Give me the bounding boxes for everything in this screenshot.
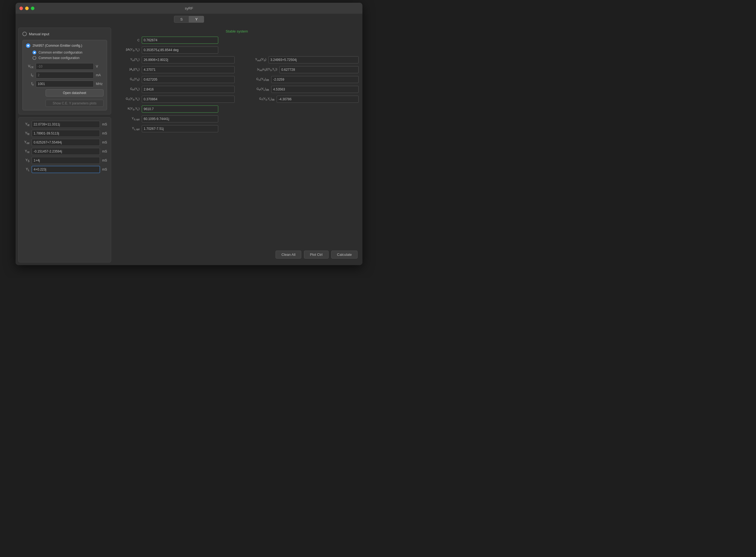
calculate-button[interactable]: Calculate (331, 251, 357, 259)
beta-value[interactable] (142, 47, 218, 54)
config-option-2[interactable]: Common base configuration (32, 56, 103, 60)
config2-radio[interactable] (32, 56, 36, 60)
vout-row: |vout/vs|((YS,YL)) (239, 66, 358, 73)
yl-opt-value[interactable] (142, 125, 218, 132)
main-window: syRF S Y Manual input 2N4957 (Com (15, 3, 363, 265)
yout-row: Yout(YS) (239, 56, 358, 63)
yin-value[interactable] (142, 56, 234, 63)
ys-input[interactable] (32, 157, 100, 164)
ga-ys-label: GA(YS) (115, 77, 139, 82)
ga-ys-db-value[interactable] (271, 76, 358, 83)
gp-yl-db-value[interactable] (271, 86, 358, 93)
plot-ctrl-button[interactable]: Plot Ctrl (304, 251, 328, 259)
yie-unit: mS (102, 122, 107, 126)
beta-label: βA(YS,YL) (115, 48, 139, 52)
f0-input[interactable] (36, 81, 94, 87)
c-row: C (115, 37, 358, 44)
right-panel: Stable system C βA(YS,YL) Yin(YL) Yout(Y… (114, 28, 360, 262)
yre-row: Yre mS (22, 148, 107, 155)
f0-unit: MHz (96, 82, 103, 86)
main-content: Manual input 2N4957 (Common Emitter conf… (15, 25, 363, 265)
gt-db-value[interactable] (277, 96, 358, 103)
gp-yl-label: GP(YL) (115, 87, 139, 91)
config1-label: Common emitter configuration (38, 51, 83, 54)
gp-yl-value[interactable] (142, 86, 234, 93)
ic-row: IC mA (26, 72, 103, 79)
tab-s[interactable]: S (174, 16, 189, 23)
ga-ys-row: GA(YS) (115, 76, 234, 83)
vce-label: VCE (26, 64, 34, 68)
config-option-1[interactable]: Common emitter configuration (32, 51, 103, 54)
ic-label: IC (26, 73, 34, 77)
f0-row: f0 MHz (26, 81, 103, 87)
config-options: Common emitter configuration Common base… (32, 51, 103, 60)
yfe-input[interactable] (32, 130, 100, 137)
left-panel: Manual input 2N4957 (Common Emitter conf… (18, 28, 111, 262)
yoe-input[interactable] (32, 139, 100, 146)
yl-input[interactable] (32, 166, 100, 173)
maximize-button[interactable] (31, 6, 34, 10)
bottom-buttons: Clean All Plot Ctrl Calculate (115, 248, 358, 261)
ga-ys-db-label: GA(YS)dB (239, 77, 269, 82)
vce-row: VCE V (26, 63, 103, 70)
window-title: syRF (185, 6, 193, 10)
av-value[interactable] (142, 66, 234, 73)
vce-input[interactable] (36, 63, 94, 70)
ic-input[interactable] (36, 72, 94, 79)
ys-opt-label: YS,opt (115, 117, 139, 121)
minimize-button[interactable] (25, 6, 29, 10)
beta-row: βA(YS,YL) (115, 47, 358, 54)
yoe-row: Yoe mS (22, 139, 107, 146)
k-label: K(YS,YL) (115, 107, 139, 111)
close-button[interactable] (20, 6, 23, 10)
manual-input-row: Manual input (22, 32, 107, 36)
gt-value[interactable] (142, 96, 234, 103)
ys-opt-value[interactable] (142, 115, 218, 122)
ys-opt-row: YS,opt (115, 115, 358, 122)
config2-label: Common base configuration (38, 56, 80, 60)
k-value[interactable] (142, 106, 218, 113)
config1-radio[interactable] (32, 51, 36, 54)
c-value[interactable] (142, 37, 218, 44)
gt-row: GT(YS,YL) (115, 96, 234, 103)
device-radio[interactable] (26, 43, 30, 48)
vout-value[interactable] (279, 66, 358, 73)
clean-all-button[interactable]: Clean All (276, 251, 301, 259)
y-params-panel: Yie mS Yfe mS Yoe mS Yre mS (18, 117, 111, 262)
config-panel: Manual input 2N4957 (Common Emitter conf… (18, 28, 111, 115)
yfe-row: Yfe mS (22, 130, 107, 137)
f0-label: f0 (26, 82, 34, 86)
ga-ys-value[interactable] (142, 76, 234, 83)
yout-value[interactable] (269, 56, 358, 63)
yie-label: Yie (22, 122, 30, 126)
vce-unit: V (96, 64, 103, 68)
yin-label: Yin(YL) (115, 58, 139, 62)
ic-unit: mA (96, 73, 103, 77)
yre-unit: mS (102, 149, 107, 153)
yoe-label: Yoe (22, 140, 30, 145)
open-datasheet-button[interactable]: Open datasheet (45, 89, 103, 96)
ys-row: YS mS (22, 157, 107, 164)
ga-ys-db-row: GA(YS)dB (239, 76, 358, 83)
yl-label: YL (22, 167, 30, 172)
manual-input-label: Manual input (29, 32, 49, 36)
yl-opt-label: YL,opt (115, 126, 139, 130)
device-name: 2N4957 (Common Emitter config.) (32, 44, 82, 48)
tab-y[interactable]: Y (189, 16, 204, 23)
yie-input[interactable] (32, 121, 100, 128)
yfe-unit: mS (102, 131, 107, 135)
gt-db-label: GT(YS,YL)dB (239, 97, 275, 101)
gt-db-row: GT(YS,YL)dB (239, 96, 358, 103)
gp-yl-row: GP(YL) (115, 86, 234, 93)
tab-bar: S Y (15, 14, 363, 25)
gp-yl-db-row: GP(YL)dB (239, 86, 358, 93)
gt-label: GT(YS,YL) (115, 97, 139, 101)
manual-input-radio[interactable] (22, 32, 27, 36)
show-plots-button[interactable]: Show C.E. Y parameters plots (45, 100, 103, 107)
gp-yl-db-label: GP(YL)dB (239, 87, 269, 91)
device-box: 2N4957 (Common Emitter config.) Common e… (22, 40, 107, 110)
k-row: K(YS,YL) (115, 106, 358, 113)
yl-opt-row: YL,opt (115, 125, 358, 132)
yl-unit: mS (102, 168, 107, 171)
yre-input[interactable] (32, 148, 100, 155)
